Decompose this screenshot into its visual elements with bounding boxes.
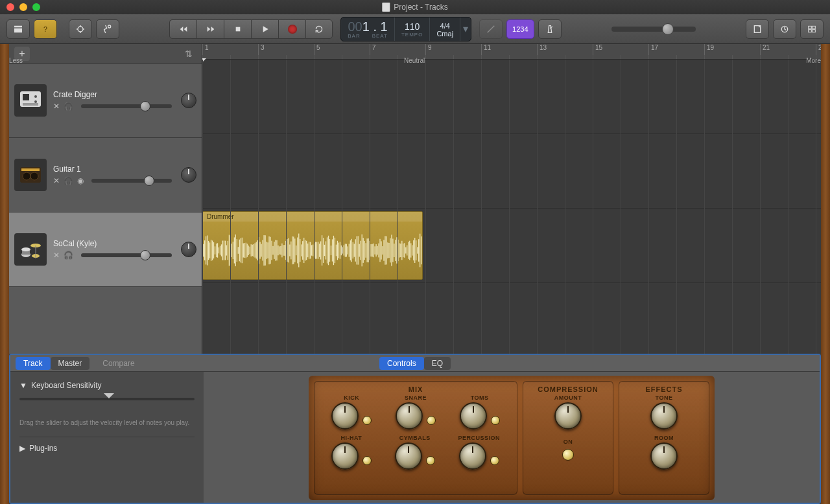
editors-button[interactable] (96, 19, 119, 39)
lcd-menu-chevron-icon[interactable]: ▾ (460, 17, 471, 41)
svg-rect-9 (812, 29, 816, 32)
room-knob[interactable] (650, 442, 678, 470)
notepad-button[interactable] (746, 19, 769, 39)
percussion-led-icon[interactable] (490, 456, 499, 465)
snare-led-icon[interactable] (427, 416, 436, 425)
compression-amount-knob[interactable] (554, 402, 582, 430)
pan-knob[interactable] (181, 167, 196, 183)
cymbals-knob[interactable] (395, 442, 422, 470)
timeline-lane[interactable]: Drummer (202, 209, 821, 283)
volume-slider[interactable] (81, 104, 172, 108)
toms-led-icon[interactable] (491, 416, 500, 425)
tab-eq[interactable]: EQ (424, 357, 451, 370)
tab-master[interactable]: Master (51, 357, 90, 370)
svg-rect-189 (414, 238, 415, 263)
headphones-icon[interactable]: 🎧 (64, 102, 73, 111)
main-toolbar: ? 001 . 1 BARBEAT 110 TEMPO 4/4 Cmaj ▾ 1… (0, 14, 830, 44)
count-in-button[interactable]: 1234 (506, 19, 534, 39)
timeline[interactable]: 1357911131517192123 Drummer (202, 44, 821, 354)
snare-knob[interactable] (396, 402, 423, 430)
percussion-knob[interactable] (459, 442, 486, 470)
maximize-window-icon[interactable] (32, 3, 40, 11)
timeline-lane[interactable] (202, 134, 821, 209)
disclosure-triangle-icon[interactable]: ▼ (19, 381, 27, 390)
svg-rect-178 (400, 244, 401, 257)
sensitivity-slider[interactable] (19, 390, 195, 409)
tab-track[interactable]: Track (16, 357, 51, 370)
loops-button[interactable] (773, 19, 796, 39)
metronome-button[interactable] (538, 19, 562, 39)
mute-icon[interactable]: ✕ (53, 251, 60, 260)
forward-button[interactable] (196, 19, 224, 39)
drummer-region[interactable]: Drummer (202, 211, 423, 280)
tab-compare[interactable]: Compare (95, 357, 142, 370)
disclosure-triangle-icon[interactable]: ▶ (19, 444, 25, 453)
quick-help-button[interactable]: ? (34, 19, 57, 39)
svg-rect-121 (327, 237, 327, 263)
timeline-lane[interactable] (202, 60, 821, 134)
kick-led-icon[interactable] (362, 416, 372, 425)
minimize-window-icon[interactable] (19, 3, 27, 11)
svg-rect-34 (215, 246, 215, 254)
svg-rect-155 (370, 244, 371, 257)
svg-rect-86 (281, 244, 282, 258)
svg-rect-72 (263, 235, 264, 266)
rewind-button[interactable] (169, 19, 196, 39)
svg-rect-124 (331, 246, 331, 255)
record-button[interactable] (278, 19, 305, 39)
svg-rect-92 (289, 244, 290, 256)
svg-rect-138 (349, 244, 350, 257)
svg-rect-26 (204, 240, 205, 260)
volume-slider[interactable] (91, 179, 172, 183)
hihat-knob[interactable] (331, 442, 359, 470)
svg-rect-193 (420, 234, 420, 268)
play-button[interactable] (251, 19, 278, 39)
sensitivity-header[interactable]: ▼ Keyboard Sensitivity (19, 381, 195, 390)
media-browser-button[interactable] (800, 19, 824, 39)
volume-slider[interactable] (81, 253, 172, 257)
kick-knob[interactable] (331, 402, 359, 430)
svg-rect-43 (226, 246, 227, 256)
svg-rect-98 (297, 238, 298, 264)
cymbals-led-icon[interactable] (426, 456, 435, 465)
plugins-header[interactable]: ▶ Plug-ins (19, 444, 195, 453)
toms-knob[interactable] (460, 402, 487, 430)
window-titlebar: Project - Tracks (0, 0, 830, 14)
tuner-button[interactable] (479, 19, 503, 39)
lcd-display[interactable]: 001 . 1 BARBEAT 110 TEMPO 4/4 Cmaj ▾ (340, 17, 471, 41)
headphones-icon[interactable]: 🎧 (64, 176, 73, 185)
compression-on-led-icon[interactable] (562, 449, 574, 461)
hihat-led-icon[interactable] (362, 456, 372, 465)
svg-rect-54 (241, 238, 241, 262)
input-monitor-icon[interactable]: ◉ (77, 176, 84, 185)
svg-rect-177 (399, 243, 399, 257)
pan-knob[interactable] (181, 93, 196, 108)
cycle-button[interactable] (305, 19, 333, 39)
svg-rect-38 (220, 246, 220, 255)
lcd-position[interactable]: 001 . 1 BARBEAT (341, 17, 395, 41)
mute-icon[interactable]: ✕ (53, 102, 60, 111)
close-window-icon[interactable] (6, 3, 14, 11)
mute-icon[interactable]: ✕ (53, 176, 60, 185)
master-volume-slider[interactable] (611, 27, 696, 32)
library-button[interactable] (6, 19, 30, 39)
svg-rect-109 (311, 245, 312, 255)
svg-rect-53 (239, 240, 240, 262)
svg-rect-82 (276, 240, 277, 260)
stop-button[interactable] (224, 19, 251, 39)
svg-rect-40 (222, 240, 223, 260)
pan-knob[interactable] (181, 242, 196, 257)
headphones-icon[interactable]: 🎧 (64, 251, 73, 260)
transport-controls (169, 19, 333, 39)
svg-rect-116 (320, 242, 321, 260)
tone-knob[interactable] (650, 402, 678, 430)
track-row[interactable]: Guitar 1 ✕ 🎧 ◉ (9, 138, 202, 212)
svg-rect-186 (410, 243, 411, 257)
lcd-tempo[interactable]: 110 TEMPO (395, 17, 430, 41)
svg-rect-191 (417, 247, 418, 253)
smart-controls-button[interactable] (69, 19, 92, 39)
tab-controls[interactable]: Controls (379, 357, 424, 370)
track-row[interactable]: Crate Digger ✕ 🎧 (9, 63, 202, 138)
track-row[interactable]: SoCal (Kyle) ✕ 🎧 (9, 212, 202, 287)
lcd-key-sig[interactable]: 4/4 Cmaj (430, 17, 460, 41)
